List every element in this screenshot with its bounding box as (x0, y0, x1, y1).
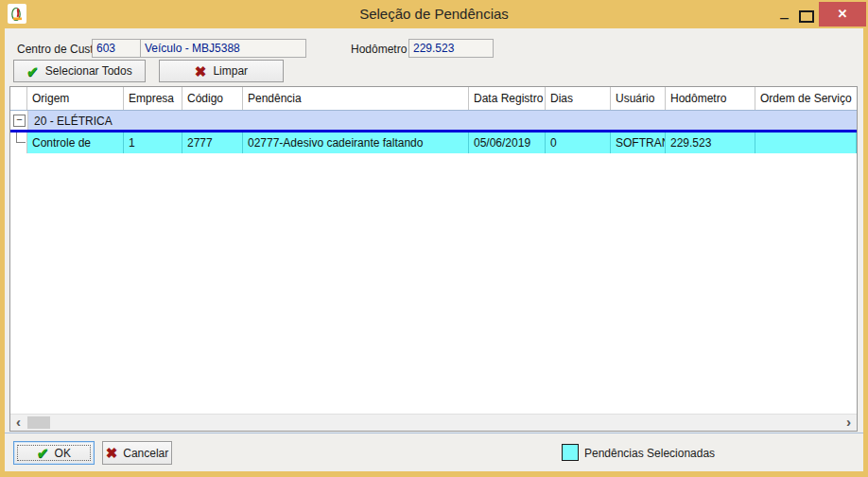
column-header-empresa[interactable]: Empresa (124, 87, 182, 110)
check-icon: ✔ (37, 446, 49, 460)
collapse-expander-icon[interactable]: − (13, 115, 26, 127)
dialog-content: Centro de Custo Hodômetro ✔ Selecionar T… (5, 28, 863, 471)
horizontal-scrollbar[interactable]: ‹ › (10, 414, 857, 431)
cell-codigo: 2777 (182, 132, 243, 153)
dialog-window: Seleção de Pendências – ✕ Centro de Cust… (0, 0, 868, 477)
hodometro-label: Hodômetro (351, 43, 407, 56)
column-header-pendencia[interactable]: Pendência (243, 87, 469, 110)
cell-origem: Controle de (27, 132, 124, 153)
select-all-label: Selecionar Todos (45, 64, 132, 78)
cancel-button[interactable]: ✖ Cancelar (102, 441, 172, 465)
ok-label: OK (55, 447, 71, 460)
group-row-eletrica[interactable]: − 20 - ELÉTRICA (10, 111, 857, 132)
maximize-button[interactable] (799, 10, 814, 23)
centro-custo-label: Centro de Custo (17, 43, 99, 56)
cancel-label: Cancelar (123, 447, 168, 460)
clear-label: Limpar (213, 64, 248, 78)
window-title: Seleção de Pendências (0, 6, 868, 22)
cell-empresa: 1 (124, 132, 182, 153)
table-row[interactable]: Controle de 1 2777 02777-Adesivo cadeira… (10, 132, 857, 153)
column-header-data-registro[interactable]: Data Registro (469, 87, 546, 110)
cell-data-registro: 05/06/2019 (469, 132, 546, 153)
grid-header-row: Origem Empresa Código Pendência Data Reg… (10, 87, 857, 111)
x-icon: ✖ (195, 64, 207, 79)
selected-legend-swatch (562, 444, 579, 461)
footer-bar: ✔ OK ✖ Cancelar Pendências Selecionadas (5, 433, 863, 471)
scroll-left-arrow-icon[interactable]: ‹ (10, 415, 26, 431)
column-header-origem[interactable]: Origem (27, 87, 124, 110)
cell-usuario: SOFTRAN (611, 132, 666, 153)
hodometro-input[interactable] (408, 39, 494, 58)
title-bar: Seleção de Pendências – ✕ (0, 0, 868, 28)
row-indicator-cell (10, 132, 27, 153)
column-header-ordem-servico[interactable]: Ordem de Serviço (755, 87, 857, 110)
grid-empty-area (10, 153, 857, 417)
column-header-codigo[interactable]: Código (182, 87, 243, 110)
column-header-indicator (10, 87, 27, 110)
cell-ordem-servico (755, 132, 857, 153)
close-icon: ✕ (838, 7, 848, 21)
ok-button[interactable]: ✔ OK (13, 441, 95, 465)
minimize-button[interactable]: – (778, 17, 790, 21)
group-indicator-cell: − (10, 111, 28, 130)
cell-pendencia: 02777-Adesivo cadeirante faltando (243, 132, 469, 153)
clear-button[interactable]: ✖ Limpar (159, 60, 284, 82)
pendencias-grid: Origem Empresa Código Pendência Data Reg… (9, 86, 858, 432)
column-header-usuario[interactable]: Usuário (611, 87, 666, 110)
column-header-dias[interactable]: Dias (546, 87, 611, 110)
group-label: 20 - ELÉTRICA (28, 111, 857, 130)
scroll-right-arrow-icon[interactable]: › (841, 415, 857, 431)
check-icon: ✔ (26, 64, 39, 79)
minimize-icon: – (780, 9, 789, 26)
centro-custo-code-input[interactable] (92, 39, 141, 58)
select-all-button[interactable]: ✔ Selecionar Todos (13, 60, 146, 82)
x-icon: ✖ (106, 446, 118, 460)
column-header-hodometro[interactable]: Hodômetro (666, 87, 755, 110)
selected-legend-label: Pendências Selecionadas (584, 447, 715, 460)
close-button[interactable]: ✕ (819, 2, 866, 26)
tree-branch-icon (16, 132, 26, 143)
cell-hodometro: 229.523 (666, 132, 755, 153)
cell-dias: 0 (546, 132, 611, 153)
scrollbar-thumb[interactable] (27, 416, 50, 429)
centro-custo-desc-input[interactable] (140, 39, 306, 58)
